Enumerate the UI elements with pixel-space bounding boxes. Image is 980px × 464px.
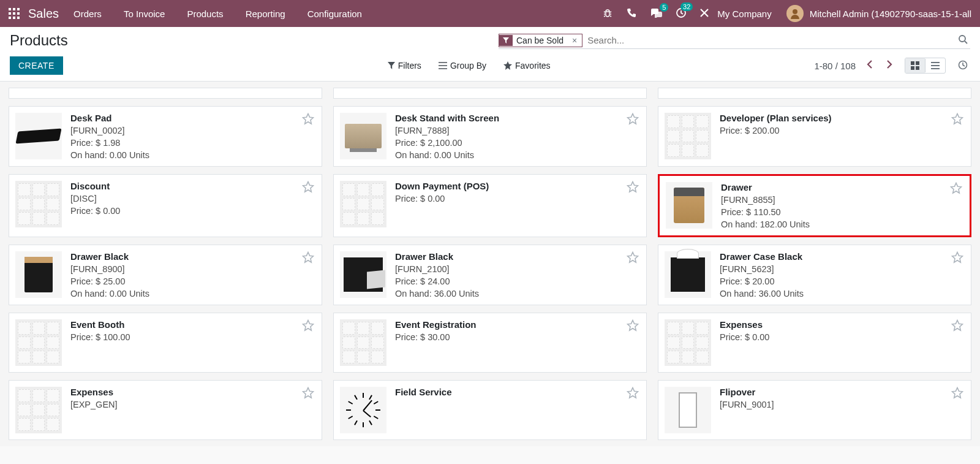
pager-value[interactable]: 1-80 / 108 [814, 61, 856, 71]
user-menu[interactable]: Mitchell Admin (14902790-saas-15-1-all [786, 5, 971, 22]
product-card-stub[interactable] [658, 88, 971, 99]
product-onhand: On hand: 36.00 Units [395, 289, 640, 299]
product-code: [FURN_7888] [395, 126, 640, 135]
product-image [340, 319, 386, 366]
product-card[interactable]: Drawer Black [FURN_8900] Price: $ 25.00 … [9, 245, 322, 305]
product-card[interactable]: Expenses Price: $ 0.00 [658, 313, 971, 373]
product-card[interactable]: Flipover [FURN_9001] [658, 380, 971, 440]
favorite-star-icon[interactable] [951, 251, 963, 264]
product-onhand: On hand: 182.00 Units [721, 219, 963, 229]
product-card[interactable]: Down Payment (POS) Price: $ 0.00 [333, 174, 647, 237]
product-card-stub[interactable] [333, 88, 647, 99]
product-name: Expenses [720, 319, 965, 330]
product-price: Price: $ 1.98 [70, 138, 315, 148]
product-card[interactable]: Desk Pad [FURN_0002] Price: $ 1.98 On ha… [9, 106, 322, 167]
nav-menu: Orders To Invoice Products Reporting Con… [74, 9, 362, 19]
product-image [340, 181, 386, 227]
product-image [340, 251, 386, 298]
product-onhand: On hand: 36.00 Units [720, 289, 965, 299]
pager-prev[interactable] [864, 58, 875, 74]
product-card[interactable]: Event Registration Price: $ 30.00 [333, 313, 647, 373]
create-button[interactable]: CREATE [10, 56, 63, 75]
favorite-star-icon[interactable] [627, 113, 639, 125]
favorite-star-icon[interactable] [627, 319, 639, 332]
favorite-star-icon[interactable] [951, 319, 963, 332]
product-card[interactable]: Drawer [FURN_8855] Price: $ 110.50 On ha… [658, 174, 971, 237]
product-card[interactable]: Desk Stand with Screen [FURN_7888] Price… [333, 106, 647, 167]
product-code: [DISC] [70, 194, 315, 203]
nav-item-orders[interactable]: Orders [74, 9, 102, 19]
product-name: Drawer Black [70, 251, 315, 262]
favorite-star-icon[interactable] [302, 387, 314, 399]
company-switcher[interactable]: My Company [717, 9, 771, 19]
filters-button[interactable]: Filters [388, 61, 421, 70]
svg-rect-13 [916, 61, 919, 65]
favorite-star-icon[interactable] [627, 387, 639, 399]
control-panel: Products Can be Sold × CREATE Filters [0, 27, 980, 82]
messaging-icon[interactable]: 5 [650, 8, 662, 20]
favorite-star-icon[interactable] [950, 182, 962, 194]
svg-rect-1 [13, 8, 15, 10]
pager-next[interactable] [884, 58, 895, 74]
phone-icon[interactable] [627, 8, 636, 20]
svg-point-10 [793, 9, 797, 14]
apps-icon[interactable] [9, 8, 20, 19]
product-card[interactable]: Drawer Case Black [FURN_5623] Price: $ 2… [658, 245, 971, 305]
product-onhand: On hand: 0.00 Units [70, 150, 315, 160]
product-code: [FURN_8900] [70, 264, 315, 274]
nav-item-to-invoice[interactable]: To Invoice [124, 9, 165, 19]
favorite-star-icon[interactable] [302, 251, 314, 264]
product-card[interactable]: Expenses [EXP_GEN] [9, 380, 322, 440]
product-price: Price: $ 25.00 [70, 276, 315, 286]
product-image [15, 319, 62, 366]
nav-item-configuration[interactable]: Configuration [307, 9, 362, 19]
product-image [15, 181, 62, 227]
favorite-star-icon[interactable] [302, 181, 314, 193]
favorites-button[interactable]: Favorites [503, 61, 551, 70]
app-brand[interactable]: Sales [28, 7, 59, 21]
product-card[interactable]: Drawer Black [FURN_2100] Price: $ 24.00 … [333, 245, 647, 305]
favorite-star-icon[interactable] [951, 113, 963, 125]
user-name: Mitchell Admin (14902790-saas-15-1-all [810, 9, 971, 19]
svg-rect-0 [9, 8, 11, 10]
activity-icon[interactable]: 32 [676, 7, 687, 20]
view-switcher [905, 58, 946, 74]
debug-icon[interactable] [602, 8, 613, 20]
favorite-star-icon[interactable] [302, 113, 314, 125]
product-name: Expenses [70, 387, 315, 397]
product-price: Price: $ 0.00 [720, 332, 965, 342]
close-studio-icon[interactable] [700, 9, 709, 19]
filter-icon [499, 35, 513, 46]
favorite-star-icon[interactable] [627, 251, 639, 264]
svg-rect-14 [911, 66, 914, 70]
product-card[interactable]: Developer (Plan services) Price: $ 200.0… [658, 106, 971, 167]
product-card-stub[interactable] [9, 88, 322, 99]
view-activity-button[interactable] [956, 58, 970, 74]
product-name: Desk Stand with Screen [395, 113, 640, 123]
svg-rect-12 [911, 61, 914, 65]
product-name: Discount [70, 181, 315, 191]
product-price: Price: $ 24.00 [395, 276, 640, 286]
favorite-star-icon[interactable] [951, 387, 963, 399]
view-list-button[interactable] [925, 59, 945, 72]
search-bar[interactable]: Can be Sold × [499, 32, 970, 49]
product-price: Price: $ 200.00 [720, 126, 965, 135]
favorite-star-icon[interactable] [627, 181, 639, 193]
search-icon[interactable] [956, 34, 970, 46]
nav-item-products[interactable]: Products [187, 9, 223, 19]
groupby-button[interactable]: Group By [439, 61, 486, 70]
product-price: Price: $ 30.00 [395, 332, 640, 342]
product-card[interactable]: Event Booth Price: $ 100.00 [9, 313, 322, 373]
favorite-star-icon[interactable] [302, 319, 314, 332]
search-facet: Can be Sold × [499, 34, 582, 47]
product-card[interactable]: Discount [DISC] Price: $ 0.00 [9, 174, 322, 237]
search-facet-remove[interactable]: × [567, 34, 582, 47]
product-code: [FURN_2100] [395, 264, 640, 274]
product-price: Price: $ 20.00 [720, 276, 965, 286]
main-navbar: Sales Orders To Invoice Products Reporti… [0, 0, 980, 27]
product-card[interactable]: Field Service [333, 380, 647, 440]
search-input[interactable] [587, 35, 956, 45]
view-kanban-button[interactable] [905, 58, 925, 73]
nav-item-reporting[interactable]: Reporting [246, 9, 285, 19]
product-name: Event Registration [395, 319, 640, 330]
